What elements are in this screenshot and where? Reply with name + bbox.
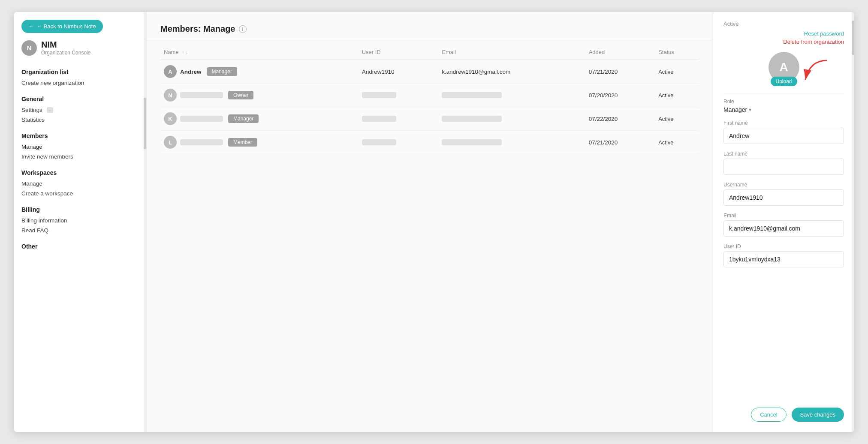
member-email — [438, 84, 585, 107]
form-group-email: Email — [723, 213, 844, 237]
members-table: Name ↑ ↓ User ID Email Added Status — [160, 45, 699, 154]
table-container: Name ↑ ↓ User ID Email Added Status — [147, 41, 713, 432]
panel-footer: Cancel Save changes — [723, 401, 844, 423]
first-name-input[interactable] — [723, 128, 844, 144]
role-label: Role — [723, 99, 844, 105]
username-label: Username — [723, 182, 844, 188]
role-badge: Manager — [207, 67, 237, 76]
user-id-input[interactable] — [723, 251, 844, 267]
col-added: Added — [585, 45, 655, 60]
back-to-nimbus-button[interactable]: ← ← Back to Nimbus Note — [21, 20, 103, 33]
col-added-label: Added — [589, 49, 605, 55]
status-active: Active — [658, 139, 673, 146]
member-email — [438, 107, 585, 131]
username-input[interactable] — [723, 189, 844, 206]
sidebar-item-create-org[interactable]: Create new organization — [21, 78, 139, 88]
email-blurred — [442, 139, 502, 145]
member-status: Active — [655, 131, 699, 154]
save-changes-button[interactable]: Save changes — [792, 408, 844, 422]
status-active: Active — [658, 92, 673, 99]
role-badge: Manager — [228, 114, 259, 123]
info-icon[interactable]: i — [239, 25, 247, 33]
member-name: Andrew — [180, 69, 202, 75]
upload-avatar-button[interactable]: Upload — [770, 77, 797, 86]
col-userid-label: User ID — [362, 49, 381, 55]
member-name-blurred — [180, 139, 223, 145]
col-status: Status — [655, 45, 699, 60]
member-status: Active — [655, 60, 699, 84]
avatar-upload-section: A Upload — [723, 52, 844, 83]
sidebar-item-members-manage[interactable]: Manage — [21, 142, 139, 152]
avatar: A — [164, 65, 177, 78]
avatar: L — [164, 136, 177, 149]
member-name-cell: N Owner — [160, 84, 359, 107]
member-name-cell: K Manager — [160, 107, 359, 131]
member-status: Active — [655, 107, 699, 131]
sidebar-section-billing: Billing Billing information Read FAQ — [14, 200, 146, 237]
sidebar-scrollbar[interactable] — [144, 12, 146, 432]
sidebar-item-create-workspace[interactable]: Create a workspace — [21, 189, 139, 198]
form-group-lastname: Last name — [723, 151, 844, 175]
sidebar-scrollbar-thumb — [144, 98, 146, 149]
role-value: Manager — [723, 106, 747, 113]
sidebar-section-title-billing: Billing — [21, 206, 139, 213]
form-group-userid: User ID — [723, 243, 844, 267]
avatar: K — [164, 112, 177, 125]
delete-from-org-link[interactable]: Delete from organization — [783, 39, 844, 45]
table-row[interactable]: A Andrew Manager Andrew1910 k.andrew1910… — [160, 60, 699, 84]
sort-arrows-icon[interactable]: ↑ ↓ — [182, 50, 188, 55]
avatar: N — [164, 89, 177, 102]
sidebar-section-workspaces: Workspaces Manage Create a workspace — [14, 163, 146, 200]
sidebar-section-title-members: Members — [21, 132, 139, 139]
member-userid: Andrew1910 — [359, 60, 439, 84]
member-userid — [359, 84, 439, 107]
member-added: 07/21/2020 — [585, 60, 655, 84]
col-userid: User ID — [359, 45, 439, 60]
member-userid — [359, 131, 439, 154]
member-name-blurred — [180, 116, 223, 122]
email-input[interactable] — [723, 220, 844, 237]
role-selector[interactable]: Manager ▾ — [723, 106, 844, 113]
sidebar-item-statistics[interactable]: Statistics — [21, 115, 139, 125]
back-button-label: ← Back to Nimbus Note — [36, 23, 96, 30]
member-status: Active — [655, 84, 699, 107]
sidebar: ← ← Back to Nimbus Note N NIM Organizati… — [14, 12, 147, 432]
userid-blurred — [362, 116, 396, 122]
sidebar-section-other: Other — [14, 237, 146, 254]
right-panel-scrollbar-thumb — [852, 21, 854, 55]
reset-password-link[interactable]: Reset password — [804, 30, 844, 37]
upload-arrow-indicator — [797, 56, 831, 86]
table-row[interactable]: L Member 07/21/2020 Active — [160, 131, 699, 154]
sidebar-item-read-faq[interactable]: Read FAQ — [21, 225, 139, 235]
last-name-input[interactable] — [723, 159, 844, 175]
member-email: k.andrew1910@gmail.com — [438, 60, 585, 84]
form-group-role: Role Manager ▾ — [723, 99, 844, 113]
sidebar-item-billing-info[interactable]: Billing information — [21, 216, 139, 225]
sidebar-item-settings[interactable]: Settings · — [21, 105, 139, 115]
table-row[interactable]: K Manager 07/22/2020 Active — [160, 107, 699, 131]
arrow-left-icon: ← — [28, 23, 34, 30]
cancel-button[interactable]: Cancel — [751, 408, 786, 422]
right-panel-scrollbar[interactable] — [852, 12, 854, 432]
last-name-label: Last name — [723, 151, 844, 157]
col-email: Email — [438, 45, 585, 60]
member-name-blurred — [180, 92, 223, 98]
col-email-label: Email — [442, 49, 456, 55]
org-avatar-letter: N — [27, 44, 32, 51]
col-name[interactable]: Name ↑ ↓ — [160, 45, 359, 60]
member-added: 07/22/2020 — [585, 107, 655, 131]
sidebar-section-title-org-list: Organization list — [21, 69, 139, 75]
sidebar-item-workspaces-manage[interactable]: Manage — [21, 179, 139, 189]
panel-status: Active — [723, 21, 844, 27]
sidebar-section-title-workspaces: Workspaces — [21, 169, 139, 176]
userid-blurred — [362, 92, 396, 98]
panel-avatar-letter: A — [779, 60, 788, 74]
divider — [723, 93, 844, 93]
settings-label: Settings — [21, 107, 42, 113]
member-name-cell: L Member — [160, 131, 359, 154]
sidebar-item-invite-members[interactable]: Invite new members — [21, 152, 139, 162]
chevron-down-icon[interactable]: ▾ — [749, 107, 751, 113]
sidebar-section-general: General Settings · Statistics — [14, 90, 146, 126]
table-row[interactable]: N Owner 07/20/2020 Active — [160, 84, 699, 107]
org-name: NIM — [41, 40, 90, 50]
